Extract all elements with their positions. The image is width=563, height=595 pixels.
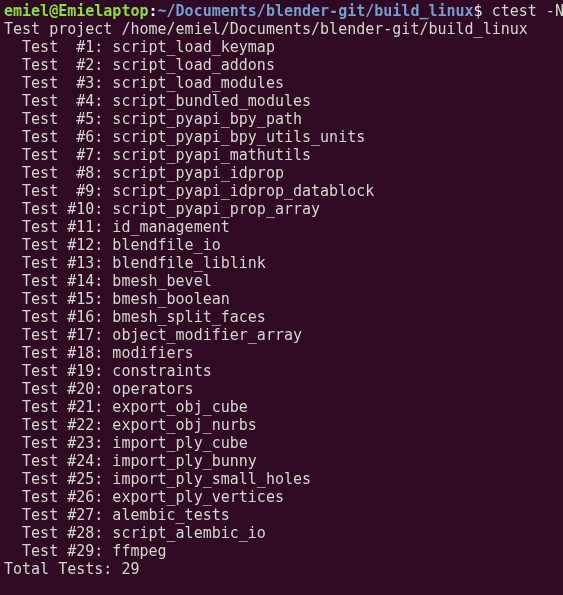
terminal-line: Test #16: bmesh_split_faces	[4, 308, 559, 326]
test-entry: Test #22: export_obj_nurbs	[4, 416, 257, 434]
test-entry: Test #7: script_pyapi_mathutils	[4, 146, 311, 164]
total-tests-line: Total Tests: 29	[4, 560, 139, 578]
terminal-line: Test #26: export_ply_vertices	[4, 488, 559, 506]
terminal-line: Test #17: object_modifier_array	[4, 326, 559, 344]
test-entry: Test #25: import_ply_small_holes	[4, 470, 311, 488]
terminal-line: Test #12: blendfile_io	[4, 236, 559, 254]
terminal-output[interactable]: emiel@Emielaptop:~/Documents/blender-git…	[4, 2, 559, 578]
terminal-line: Test #27: alembic_tests	[4, 506, 559, 524]
test-entry: Test #20: operators	[4, 380, 194, 398]
terminal-line: Test #29: ffmpeg	[4, 542, 559, 560]
test-entry: Test #3: script_load_modules	[4, 74, 284, 92]
prompt-colon: :	[149, 2, 158, 20]
terminal-line: Test #13: blendfile_liblink	[4, 254, 559, 272]
terminal-line: Test #1: script_load_keymap	[4, 38, 559, 56]
terminal-line: Test #21: export_obj_cube	[4, 398, 559, 416]
terminal-line: Test #28: script_alembic_io	[4, 524, 559, 542]
prompt-path: ~/Documents/blender-git/build_linux	[158, 2, 474, 20]
test-project-line: Test project /home/emiel/Documents/blend…	[4, 20, 528, 38]
terminal-line: Test project /home/emiel/Documents/blend…	[4, 20, 559, 38]
test-entry: Test #11: id_management	[4, 218, 230, 236]
test-entry: Test #4: script_bundled_modules	[4, 92, 311, 110]
test-entry: Test #2: script_load_addons	[4, 56, 275, 74]
test-entry: Test #14: bmesh_bevel	[4, 272, 212, 290]
test-entry: Test #26: export_ply_vertices	[4, 488, 284, 506]
test-entry: Test #9: script_pyapi_idprop_datablock	[4, 182, 374, 200]
terminal-line: Test #4: script_bundled_modules	[4, 92, 559, 110]
terminal-line: Test #15: bmesh_boolean	[4, 290, 559, 308]
terminal-line: Test #8: script_pyapi_idprop	[4, 164, 559, 182]
terminal-line: Test #22: export_obj_nurbs	[4, 416, 559, 434]
terminal-line: Test #10: script_pyapi_prop_array	[4, 200, 559, 218]
terminal-line: Test #14: bmesh_bevel	[4, 272, 559, 290]
test-entry: Test #29: ffmpeg	[4, 542, 167, 560]
terminal-line: Test #25: import_ply_small_holes	[4, 470, 559, 488]
terminal-line: Test #18: modifiers	[4, 344, 559, 362]
test-entry: Test #21: export_obj_cube	[4, 398, 248, 416]
test-entry: Test #13: blendfile_liblink	[4, 254, 266, 272]
test-entry: Test #17: object_modifier_array	[4, 326, 302, 344]
terminal-line: Total Tests: 29	[4, 560, 559, 578]
test-entry: Test #12: blendfile_io	[4, 236, 221, 254]
test-entry: Test #28: script_alembic_io	[4, 524, 266, 542]
terminal-line: Test #7: script_pyapi_mathutils	[4, 146, 559, 164]
terminal-line: Test #19: constraints	[4, 362, 559, 380]
terminal-line: emiel@Emielaptop:~/Documents/blender-git…	[4, 2, 559, 20]
test-entry: Test #19: constraints	[4, 362, 212, 380]
test-entry: Test #1: script_load_keymap	[4, 38, 275, 56]
test-entry: Test #24: import_ply_bunny	[4, 452, 257, 470]
terminal-line: Test #20: operators	[4, 380, 559, 398]
prompt-user-host: emiel@Emielaptop	[4, 2, 149, 20]
test-entry: Test #16: bmesh_split_faces	[4, 308, 266, 326]
prompt-dollar: $	[474, 2, 492, 20]
test-entry: Test #6: script_pyapi_bpy_utils_units	[4, 128, 365, 146]
terminal-line: Test #6: script_pyapi_bpy_utils_units	[4, 128, 559, 146]
terminal-line: Test #2: script_load_addons	[4, 56, 559, 74]
terminal-line: Test #3: script_load_modules	[4, 74, 559, 92]
terminal-line: Test #24: import_ply_bunny	[4, 452, 559, 470]
terminal-line: Test #9: script_pyapi_idprop_datablock	[4, 182, 559, 200]
prompt-command: ctest -N	[492, 2, 563, 20]
terminal-line: Test #23: import_ply_cube	[4, 434, 559, 452]
terminal-line: Test #5: script_pyapi_bpy_path	[4, 110, 559, 128]
test-entry: Test #8: script_pyapi_idprop	[4, 164, 284, 182]
test-entry: Test #10: script_pyapi_prop_array	[4, 200, 320, 218]
test-entry: Test #15: bmesh_boolean	[4, 290, 230, 308]
terminal-line: Test #11: id_management	[4, 218, 559, 236]
test-entry: Test #18: modifiers	[4, 344, 194, 362]
test-entry: Test #5: script_pyapi_bpy_path	[4, 110, 302, 128]
test-entry: Test #23: import_ply_cube	[4, 434, 248, 452]
test-entry: Test #27: alembic_tests	[4, 506, 230, 524]
